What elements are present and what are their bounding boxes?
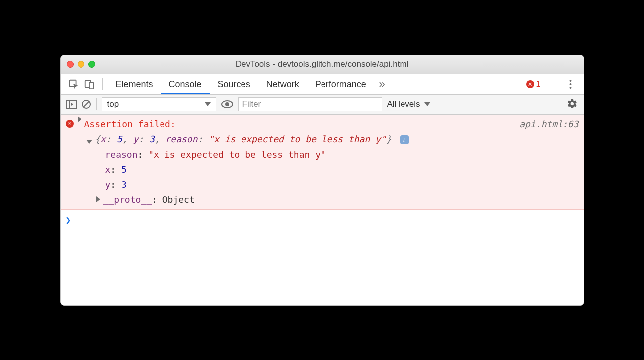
text-cursor — [76, 215, 76, 225]
console-output: ✕ Assertion failed: api.html:63 {x: 5, y… — [61, 115, 584, 305]
device-toggle-icon[interactable] — [81, 76, 97, 92]
proto-row: __proto__: Object — [66, 192, 579, 208]
sidebar-toggle-icon[interactable] — [66, 100, 77, 109]
error-icon: ✕ — [66, 120, 74, 128]
console-settings-icon[interactable] — [567, 98, 579, 110]
kebab-menu-icon[interactable] — [563, 76, 579, 92]
chevron-down-icon — [424, 102, 430, 106]
main-tabbar: Elements Console Sources Network Perform… — [61, 74, 584, 95]
error-count: 1 — [536, 80, 541, 89]
tab-console[interactable]: Console — [161, 74, 210, 94]
clear-console-icon[interactable] — [81, 99, 91, 109]
object-properties: reason: "x is expected to be less than y… — [66, 147, 579, 193]
tab-sources[interactable]: Sources — [210, 74, 258, 94]
minimize-window-button[interactable] — [78, 61, 84, 68]
chevron-down-icon — [205, 102, 211, 106]
assertion-message: Assertion failed: — [84, 117, 176, 132]
error-icon: ✕ — [526, 80, 534, 88]
error-count-badge[interactable]: ✕ 1 — [526, 80, 541, 89]
prompt-caret-icon: ❯ — [66, 213, 71, 228]
tab-performance[interactable]: Performance — [307, 74, 374, 94]
window-title: DevTools - devtools.glitch.me/console/ap… — [61, 59, 584, 69]
close-window-button[interactable] — [67, 61, 74, 68]
separator — [102, 78, 103, 90]
live-expression-icon[interactable] — [221, 100, 233, 108]
separator — [552, 78, 552, 90]
context-value: top — [107, 99, 119, 109]
svg-point-11 — [225, 102, 229, 106]
more-tabs-chevron-icon[interactable]: » — [374, 76, 390, 92]
traffic-lights — [67, 61, 95, 68]
titlebar: DevTools - devtools.glitch.me/console/ap… — [61, 55, 584, 74]
levels-label: All levels — [387, 99, 420, 109]
svg-point-3 — [570, 80, 572, 82]
devtools-window: DevTools - devtools.glitch.me/console/ap… — [60, 55, 584, 306]
source-link[interactable]: api.html:63 — [519, 117, 578, 132]
execution-context-dropdown[interactable]: top — [102, 97, 216, 111]
log-levels-dropdown[interactable]: All levels — [387, 99, 430, 109]
console-error-entry: ✕ Assertion failed: api.html:63 {x: 5, y… — [61, 115, 584, 210]
console-filterbar: top All levels — [61, 95, 584, 115]
expand-toggle-icon[interactable] — [78, 116, 81, 122]
tab-elements[interactable]: Elements — [108, 74, 161, 94]
filter-input[interactable] — [238, 97, 382, 111]
separator — [96, 98, 97, 110]
property-row: reason: "x is expected to be less than y… — [105, 147, 579, 163]
property-row: y: 3 — [105, 178, 579, 193]
expand-toggle-icon[interactable] — [96, 196, 100, 202]
inspect-icon[interactable] — [66, 76, 81, 92]
svg-rect-2 — [89, 82, 93, 89]
svg-point-4 — [570, 83, 572, 85]
object-preview: {x: 5, y: 3, reason: "x is expected to b… — [66, 132, 579, 147]
zoom-window-button[interactable] — [88, 61, 95, 68]
svg-point-5 — [570, 87, 572, 89]
info-icon[interactable]: i — [400, 135, 409, 144]
tab-network[interactable]: Network — [258, 74, 307, 94]
svg-line-9 — [83, 102, 89, 107]
console-prompt[interactable]: ❯ — [61, 210, 584, 231]
collapse-toggle-icon[interactable] — [86, 140, 92, 144]
property-row: x: 5 — [105, 162, 579, 178]
